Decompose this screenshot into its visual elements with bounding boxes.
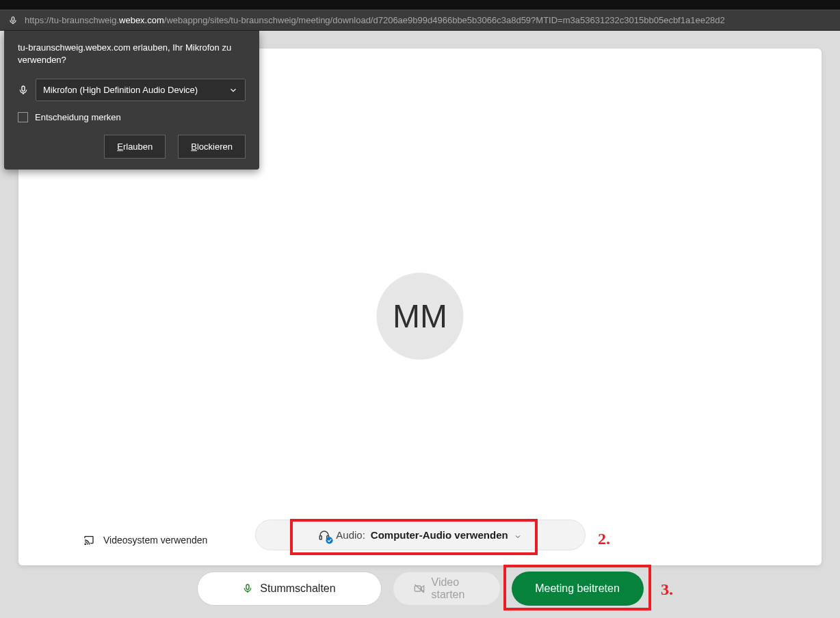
microphone-icon [18, 85, 29, 96]
controls-row: Stummschalten Video starten Meeting beit… [0, 572, 840, 606]
svg-rect-2 [22, 86, 25, 91]
microphone-icon [8, 16, 18, 25]
device-selected-label: Mikrofon (High Definition Audio Device) [43, 85, 198, 95]
remember-label: Entscheidung merken [35, 112, 121, 122]
annotation-label-2: 2. [598, 530, 610, 548]
audio-value-label: Computer-Audio verwenden [371, 529, 508, 541]
permission-prompt: tu-braunschweig.webex.com erlauben, Ihr … [4, 31, 259, 170]
join-label: Meeting beitreten [535, 582, 620, 595]
url-text: https://tu-braunschweig.webex.com/webapp… [25, 15, 725, 25]
audio-prefix-label: Audio: [336, 529, 365, 541]
svg-rect-8 [246, 585, 249, 589]
svg-point-7 [326, 537, 333, 543]
remember-decision-checkbox[interactable]: Entscheidung merken [18, 112, 246, 122]
block-button[interactable]: Blockieren [178, 135, 246, 159]
start-video-button: Video starten [393, 572, 501, 606]
permission-message: tu-braunschweig.webex.com erlauben, Ihr … [18, 42, 246, 66]
audio-options-button[interactable]: Audio: Computer-Audio verwenden [255, 520, 586, 550]
mute-button[interactable]: Stummschalten [197, 572, 382, 606]
browser-tabs-bar [0, 0, 840, 10]
mute-label: Stummschalten [260, 582, 335, 595]
chevron-down-icon [228, 85, 238, 95]
avatar: MM [377, 273, 464, 360]
headset-icon [318, 529, 330, 541]
avatar-initials: MM [393, 297, 447, 335]
video-label: Video starten [432, 576, 480, 601]
microphone-device-select[interactable]: Mikrofon (High Definition Audio Device) [36, 79, 246, 101]
chevron-down-icon [514, 531, 522, 539]
video-off-icon [414, 583, 425, 594]
address-bar[interactable]: https://tu-braunschweig.webex.com/webapp… [0, 10, 840, 31]
annotation-label-3: 3. [661, 580, 673, 599]
microphone-icon [242, 583, 253, 594]
join-meeting-button[interactable]: Meeting beitreten [512, 572, 644, 606]
allow-button[interactable]: Erlauben [104, 135, 166, 159]
svg-rect-5 [320, 535, 322, 539]
svg-rect-0 [12, 16, 14, 21]
checkbox-icon [18, 112, 28, 122]
